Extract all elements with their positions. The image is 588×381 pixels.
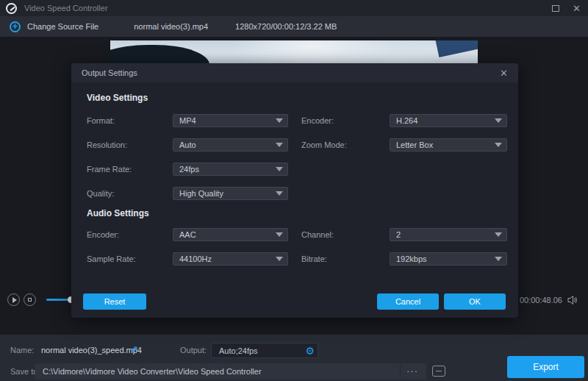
- chevron-down-icon: [276, 191, 283, 196]
- bitrate-select[interactable]: 192kbps: [390, 252, 507, 266]
- chevron-down-icon: [495, 257, 502, 261]
- stop-button[interactable]: [24, 293, 36, 306]
- toolbar: + Change Source File normal video(3).mp4…: [0, 16, 588, 37]
- file-info: 1280x720/00:00:12/3.22 MB: [235, 22, 337, 31]
- edit-name-icon[interactable]: ✎: [130, 344, 138, 355]
- bitrate-label: Bitrate:: [301, 254, 390, 263]
- reset-button[interactable]: Reset: [83, 293, 146, 310]
- chevron-down-icon: [276, 167, 283, 171]
- gear-icon[interactable]: ⚙: [305, 344, 315, 357]
- encoder-label: Encoder:: [301, 116, 390, 125]
- quality-select[interactable]: High Quality: [173, 187, 288, 200]
- play-icon: [12, 297, 17, 303]
- output-filename: normal video(3)_speed.mp4: [41, 346, 142, 355]
- output-settings-dialog: Output Settings ✕ Video Settings Format:…: [71, 63, 518, 318]
- dialog-header: Output Settings ✕: [71, 63, 518, 82]
- chevron-down-icon: [276, 232, 283, 237]
- video-settings-heading: Video Settings: [87, 93, 507, 103]
- close-icon[interactable]: ✕: [573, 4, 581, 13]
- channel-select[interactable]: 2: [390, 228, 507, 241]
- ok-button[interactable]: OK: [444, 293, 506, 310]
- resolution-select[interactable]: Auto: [173, 138, 288, 152]
- chevron-down-icon: [276, 118, 283, 123]
- audio-encoder-label: Encoder:: [87, 230, 173, 239]
- volume-icon[interactable]: [567, 295, 578, 308]
- audio-encoder-select[interactable]: AAC: [173, 228, 288, 241]
- save-path-field[interactable]: C:\Vidmore\Vidmore Video Converter\Video…: [35, 363, 426, 380]
- sample-rate-select[interactable]: 44100Hz: [173, 252, 288, 266]
- name-label: Name:: [10, 346, 34, 355]
- duration-time: 00:00:48.06: [520, 296, 562, 305]
- play-button[interactable]: [7, 293, 20, 306]
- dialog-title: Output Settings: [82, 68, 137, 77]
- open-folder-icon[interactable]: [432, 366, 445, 377]
- frame-rate-label: Frame Rate:: [87, 165, 173, 174]
- window-title: Video Speed Controller: [24, 4, 108, 13]
- stop-icon: [28, 298, 32, 302]
- chevron-down-icon: [495, 143, 502, 147]
- output-format-field[interactable]: Auto;24fps ⚙: [211, 343, 318, 358]
- chevron-down-icon: [495, 118, 502, 123]
- maximize-icon[interactable]: [552, 5, 559, 12]
- video-preview-shape: [435, 40, 478, 57]
- browse-button[interactable]: ...: [400, 364, 425, 379]
- encoder-select[interactable]: H.264: [390, 114, 507, 127]
- dialog-close-icon[interactable]: ✕: [500, 68, 508, 78]
- channel-label: Channel:: [301, 230, 390, 239]
- app-window: Video Speed Controller ✕ + Change Source…: [0, 0, 588, 381]
- current-filename: normal video(3).mp4: [134, 22, 208, 31]
- save-path-value: C:\Vidmore\Vidmore Video Converter\Video…: [43, 367, 262, 376]
- zoom-mode-label: Zoom Mode:: [301, 140, 390, 149]
- output-label: Output:: [180, 346, 207, 355]
- seek-slider[interactable]: [46, 299, 71, 301]
- cancel-button[interactable]: Cancel: [377, 293, 439, 310]
- app-logo-icon: [6, 3, 17, 14]
- chevron-down-icon: [276, 257, 283, 261]
- footer-panel: Name: normal video(3)_speed.mp4 ✎ Output…: [0, 335, 588, 381]
- video-preview-shape: [110, 45, 209, 63]
- add-file-icon[interactable]: +: [10, 21, 21, 32]
- sample-rate-label: Sample Rate:: [87, 254, 173, 263]
- format-label: Format:: [87, 116, 173, 125]
- quality-label: Quality:: [87, 189, 173, 198]
- resolution-label: Resolution:: [87, 140, 173, 149]
- output-format-value: Auto;24fps: [219, 346, 258, 355]
- format-select[interactable]: MP4: [173, 114, 288, 127]
- change-source-button[interactable]: Change Source File: [27, 22, 98, 31]
- video-preview: [110, 40, 478, 63]
- frame-rate-select[interactable]: 24fps: [173, 163, 288, 176]
- zoom-mode-select[interactable]: Letter Box: [390, 138, 507, 152]
- chevron-down-icon: [495, 232, 502, 237]
- title-bar: Video Speed Controller ✕: [0, 0, 588, 16]
- chevron-down-icon: [276, 143, 283, 147]
- audio-settings-heading: Audio Settings: [87, 208, 507, 218]
